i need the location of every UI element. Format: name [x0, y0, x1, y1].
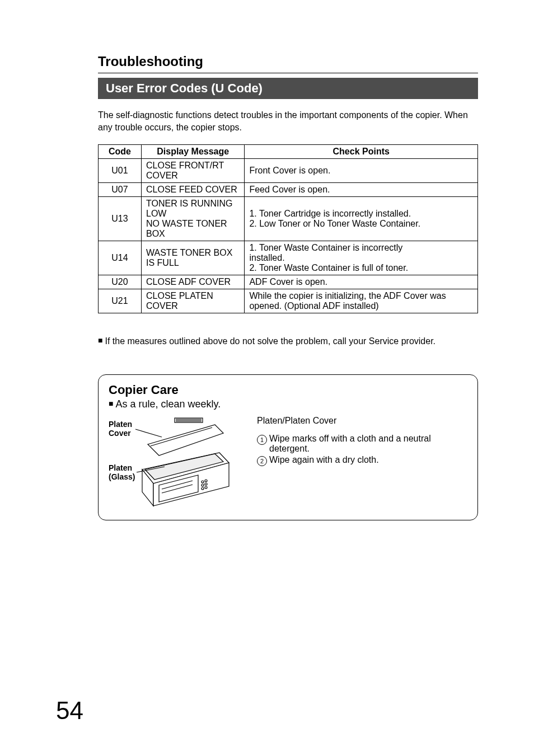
care-right-heading: Platen/Platen Cover	[257, 416, 467, 426]
bullet-square-icon: ■	[109, 399, 113, 408]
intro-text: The self-diagnostic functions detect tro…	[98, 109, 478, 133]
cell-code: U21	[99, 289, 142, 313]
care-subtitle: ■As a rule, clean weekly.	[109, 398, 467, 410]
care-instructions: Platen/Platen Cover 1 Wipe marks off wit…	[257, 416, 467, 509]
figure-label-platen-cover: Platen Cover	[109, 420, 132, 438]
step-number-icon: 1	[257, 435, 267, 445]
cell-check: While the copier is initializing, the AD…	[245, 289, 478, 313]
care-title: Copier Care	[109, 383, 467, 397]
table-header-row: Code Display Message Check Points	[99, 145, 478, 159]
section-title: Troubleshooting	[98, 54, 478, 69]
care-step: 2 Wipe again with a dry cloth.	[257, 455, 467, 466]
svg-line-19	[135, 429, 162, 437]
cell-code: U13	[99, 197, 142, 241]
th-code: Code	[99, 145, 142, 159]
cell-check: Front Cover is open.	[245, 159, 478, 183]
subsection-bar: User Error Codes (U Code)	[98, 78, 478, 99]
cell-check: Feed Cover is open.	[245, 183, 478, 197]
step-number-icon: 2	[257, 456, 267, 466]
copier-care-panel: Copier Care ■As a rule, clean weekly.	[98, 374, 478, 520]
bullet-square-icon: ■	[98, 336, 102, 345]
cell-check: 1. Toner Waste Container is incorrectly …	[245, 241, 478, 275]
cell-check: ADF Cover is open.	[245, 275, 478, 289]
cell-code: U01	[99, 159, 142, 183]
svg-marker-0	[148, 425, 223, 456]
table-row: U21 CLOSE PLATEN COVER While the copier …	[99, 289, 478, 313]
table-row: U01 CLOSE FRONT/RT COVER Front Cover is …	[99, 159, 478, 183]
cell-check: 1. Toner Cartridge is incorrectly instal…	[245, 197, 478, 241]
cell-message: CLOSE ADF COVER	[142, 275, 245, 289]
cell-message: WASTE TONER BOX IS FULL	[142, 241, 245, 275]
cell-message: CLOSE FEED COVER	[142, 183, 245, 197]
care-step: 1 Wipe marks off with a cloth and a neut…	[257, 434, 467, 454]
cell-message: CLOSE PLATEN COVER	[142, 289, 245, 313]
copier-illustration: Platen Cover Platen (Glass)	[109, 414, 235, 509]
cell-message: CLOSE FRONT/RT COVER	[142, 159, 245, 183]
cell-code: U07	[99, 183, 142, 197]
care-subtitle-text: As a rule, clean weekly.	[115, 398, 221, 410]
th-message: Display Message	[142, 145, 245, 159]
cell-code: U14	[99, 241, 142, 275]
error-codes-table: Code Display Message Check Points U01 CL…	[98, 144, 478, 313]
care-step-text: Wipe again with a dry cloth.	[269, 455, 379, 465]
care-step-text: Wipe marks off with a cloth and a neutra…	[269, 434, 467, 454]
table-row: U07 CLOSE FEED COVER Feed Cover is open.	[99, 183, 478, 197]
note-line: ■If the measures outlined above do not s…	[98, 336, 478, 346]
table-row: U14 WASTE TONER BOX IS FULL 1. Toner Was…	[99, 241, 478, 275]
page-number: 54	[56, 697, 83, 725]
figure-label-platen-glass: Platen (Glass)	[109, 464, 135, 481]
table-row: U20 CLOSE ADF COVER ADF Cover is open.	[99, 275, 478, 289]
note-text: If the measures outlined above do not so…	[105, 336, 435, 346]
cell-code: U20	[99, 275, 142, 289]
table-row: U13 TONER IS RUNNING LOW NO WASTE TONER …	[99, 197, 478, 241]
th-check: Check Points	[245, 145, 478, 159]
cell-message: TONER IS RUNNING LOW NO WASTE TONER BOX	[142, 197, 245, 241]
horizontal-rule	[98, 73, 478, 73]
